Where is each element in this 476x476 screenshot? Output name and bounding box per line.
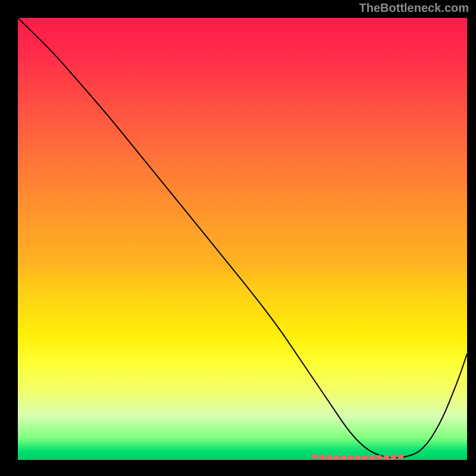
watermark-text: TheBottleneck.com [359, 1, 469, 15]
plot-area [18, 18, 467, 460]
optimal-range-markers [314, 456, 404, 458]
chart-svg [18, 18, 467, 460]
curve-line [18, 18, 467, 458]
